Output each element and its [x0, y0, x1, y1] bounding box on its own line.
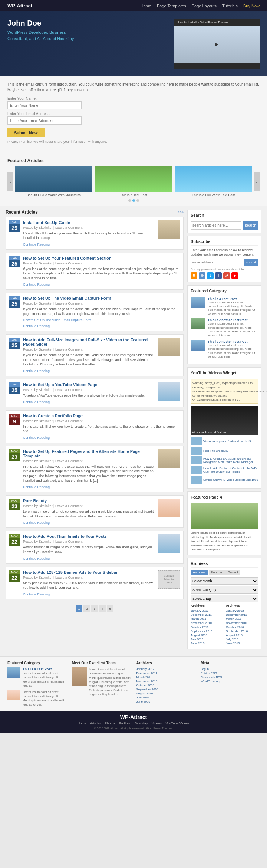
- article-title-4[interactable]: How to Add Full-Size Images and Full-Siz…: [23, 338, 155, 346]
- video-player[interactable]: ▶: [174, 26, 260, 63]
- nav-page-templates[interactable]: Page Templates: [157, 4, 186, 8]
- arch-link-jul-2010-l[interactable]: July 2010: [191, 638, 223, 641]
- arch-link-jun-2010-l[interactable]: June 2010: [191, 642, 223, 645]
- arch-link-jan-2012-r[interactable]: January 2012: [226, 609, 258, 612]
- feat-title-3[interactable]: This is Another Test Post: [208, 340, 258, 343]
- feat-title-2[interactable]: This is Another Test Post: [208, 318, 258, 322]
- read-more-6[interactable]: Continue Reading: [23, 436, 50, 440]
- article-title-2[interactable]: How to Set Up Your Featured Content Sect…: [23, 256, 180, 260]
- dot-2[interactable]: [132, 199, 135, 202]
- archives-month-select[interactable]: Select Month: [191, 577, 258, 585]
- nav-buy-now[interactable]: Buy Now: [243, 4, 260, 8]
- googleplus-icon[interactable]: g+: [223, 272, 230, 279]
- youtube-icon[interactable]: ▶: [231, 272, 238, 279]
- email-icon[interactable]: @: [199, 272, 205, 279]
- search-input[interactable]: [191, 221, 241, 230]
- yt-link-1[interactable]: Video background featured nyc traffic: [203, 440, 252, 443]
- footer-nav-sitemap[interactable]: Site Map: [135, 721, 148, 725]
- read-more-1[interactable]: Continue Reading: [23, 243, 50, 246]
- meta-entries-rss[interactable]: Entries RSS: [201, 671, 260, 675]
- nav-page-layouts[interactable]: Page Layouts: [192, 4, 217, 8]
- search-button[interactable]: search: [243, 221, 258, 230]
- article-title-8[interactable]: Pure Beauty: [23, 499, 155, 503]
- arch-link-dec-2011-l[interactable]: December 2011: [191, 613, 223, 617]
- rss-icon[interactable]: R: [191, 272, 197, 279]
- yt-link-2[interactable]: Feel The Creativity: [203, 449, 228, 453]
- read-more-10[interactable]: Continue Reading: [23, 592, 50, 596]
- arch-link-nov-2010-l[interactable]: November 2010: [191, 621, 223, 625]
- submit-button[interactable]: Submit Now: [7, 128, 44, 137]
- feat-title-1[interactable]: This is a Test Post: [208, 297, 258, 301]
- subscribe-button[interactable]: submit: [244, 259, 258, 266]
- arch-link-jul-2010-r[interactable]: July 2010: [226, 638, 258, 641]
- arch-link-jun-2010-r[interactable]: June 2010: [226, 642, 258, 645]
- f-arch-jun-2010[interactable]: June 2010: [136, 700, 195, 703]
- arch-link-jan-2012-l[interactable]: January 2012: [191, 609, 223, 612]
- article-title-9[interactable]: How to Add Post Thumbnails to Your Posts: [23, 534, 155, 539]
- meta-wordpress[interactable]: WordPress.org: [201, 680, 260, 683]
- arch-link-mar-2011-r[interactable]: March 2011: [226, 617, 258, 621]
- dot-1[interactable]: [128, 199, 131, 202]
- play-button[interactable]: ▶: [215, 42, 218, 47]
- page-3[interactable]: 3: [91, 605, 98, 612]
- f-arch-oct-2010[interactable]: October 2010: [136, 684, 195, 687]
- inline-link-3[interactable]: How to Set Up The Video Email Capture Fo…: [23, 318, 180, 323]
- email-input[interactable]: [7, 116, 82, 125]
- footer-feat-title-1[interactable]: This is a Test Post: [23, 667, 66, 671]
- article-title-7[interactable]: How to Set Up Featured Pages and the Alt…: [23, 449, 155, 458]
- subscribe-email-input[interactable]: [191, 259, 242, 266]
- f-arch-jan-2012[interactable]: January 2012: [136, 667, 195, 671]
- footer-nav-photos[interactable]: Photos: [105, 721, 115, 725]
- read-more-9[interactable]: Continue Reading: [23, 557, 50, 560]
- arch-link-aug-2010-r[interactable]: August 2010: [226, 634, 258, 637]
- arch-tab-recent[interactable]: Recent: [225, 570, 241, 575]
- footer-nav-videos[interactable]: Videos: [152, 721, 162, 725]
- archives-tag-select[interactable]: Select a Tag: [191, 595, 258, 602]
- read-more-4[interactable]: Continue Reading: [23, 369, 50, 373]
- arch-link-oct-2010-r[interactable]: October 2010: [226, 625, 258, 629]
- yt-link-5[interactable]: Simple Show HD Video Background 1080: [203, 478, 258, 481]
- footer-nav-articles[interactable]: Articles: [90, 721, 101, 725]
- read-more-7[interactable]: Continue Reading: [23, 485, 50, 489]
- footer-nav-portfolio[interactable]: Portfolio: [119, 721, 131, 725]
- article-title-10[interactable]: How to Add 125×125 Banner Ads to Your Si…: [23, 570, 155, 575]
- arch-link-mar-2011-l[interactable]: March 2011: [191, 617, 223, 621]
- read-more-5[interactable]: Continue Reading: [23, 400, 50, 404]
- article-title-1[interactable]: Install and Set-Up Guide: [23, 220, 155, 225]
- article-title-6[interactable]: How to Create a Portfolio Page: [23, 414, 180, 418]
- yt-link-3[interactable]: How to Create a Custom WordPress Navigat…: [203, 457, 258, 464]
- page-1[interactable]: 1: [76, 605, 82, 612]
- arch-link-oct-2010-l[interactable]: October 2010: [191, 625, 223, 629]
- footer-nav-youtube[interactable]: YouTube Videos: [165, 721, 189, 725]
- f-arch-nov-2010[interactable]: November 2010: [136, 680, 195, 683]
- yt-link-4[interactable]: How to Add Featured Content to the WP-Op…: [203, 467, 258, 473]
- twitter-icon[interactable]: t: [207, 272, 214, 279]
- arch-link-aug-2010-l[interactable]: August 2010: [191, 634, 223, 637]
- arch-link-dec-2011-r[interactable]: December 2011: [226, 613, 258, 617]
- f-arch-dec-2011[interactable]: December 2011: [136, 671, 195, 675]
- arch-link-nov-2010-r[interactable]: November 2010: [226, 621, 258, 625]
- page-4[interactable]: 4: [99, 605, 106, 612]
- read-more-3[interactable]: Continue Reading: [23, 324, 50, 328]
- article-title-5[interactable]: How to Set Up a YouTube Videos Page: [23, 382, 155, 387]
- article-title-3[interactable]: How to Set Up The Video Email Capture Fo…: [23, 296, 180, 300]
- slider-prev[interactable]: ‹: [7, 172, 13, 191]
- yt-featured-video[interactable]: Video background feature...: [191, 406, 258, 435]
- page-2[interactable]: 2: [83, 605, 90, 612]
- arch-link-sep-2010-r[interactable]: September 2010: [226, 629, 258, 633]
- name-input[interactable]: [7, 101, 82, 109]
- read-more-8[interactable]: Continue Reading: [23, 521, 50, 525]
- arch-link-sep-2010-l[interactable]: September 2010: [191, 629, 223, 633]
- nav-home[interactable]: Home: [141, 4, 151, 8]
- page-5[interactable]: 5: [107, 605, 113, 612]
- arch-tab-popular[interactable]: Popular: [209, 570, 225, 575]
- more-link[interactable]: >>>: [178, 210, 184, 214]
- footer-nav-home[interactable]: Home: [78, 721, 86, 725]
- dot-3[interactable]: [136, 199, 139, 202]
- meta-login[interactable]: Log in: [201, 667, 260, 671]
- nav-tutorials[interactable]: Tutorials: [222, 4, 238, 8]
- facebook-icon[interactable]: f: [215, 272, 222, 279]
- meta-comments-rss[interactable]: Comments RSS: [201, 675, 260, 679]
- f-arch-mar-2011[interactable]: March 2011: [136, 675, 195, 679]
- f-arch-aug-2010[interactable]: August 2010: [136, 692, 195, 695]
